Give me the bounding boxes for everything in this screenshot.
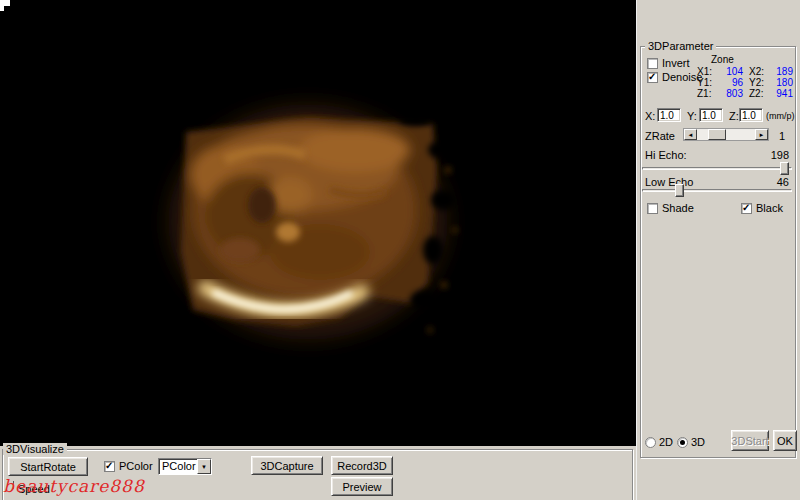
hi-echo-slider-thumb[interactable] [780,162,789,175]
start-rotate-button[interactable]: StartRotate [8,457,88,476]
zone-z1-label: Z1: [697,88,711,99]
ok-button[interactable]: OK [773,430,797,451]
start-3d-button[interactable]: 3DStart [731,430,769,451]
corner-overlay-mark [0,0,10,11]
preview-button[interactable]: Preview [331,477,393,496]
ultrasound-3d-render [0,0,636,446]
zone-y2-label: Y2: [749,77,764,88]
parameter-group-title: 3DParameter [645,40,716,52]
zone-y1-value: 96 [717,77,743,88]
denoise-checkbox[interactable] [647,72,658,83]
zone-title: Zone [711,54,734,65]
zrate-scroll-left-icon[interactable] [684,129,697,140]
shade-label: Shade [662,202,694,214]
ultrasound-3d-app: 3DParameter Invert Denoise Zone X1: 104 … [0,0,800,500]
hi-echo-label: Hi Echo: [645,149,687,161]
scale-x-label: X: [645,110,655,122]
zrate-value: 1 [779,130,785,142]
zone-z2-label: Z2: [749,88,763,99]
scale-y-label: Y: [687,110,697,122]
capture-3d-button[interactable]: 3DCapture [251,456,323,475]
scale-x-input[interactable] [657,108,681,122]
zone-z1-value: 803 [717,88,743,99]
zone-x1-value: 104 [717,66,743,77]
hi-echo-slider[interactable] [642,162,792,176]
view-3d-radio[interactable] [677,437,688,448]
scale-z-input[interactable] [739,108,763,122]
scale-unit-label: (mm/p) [766,111,795,121]
view-2d-label: 2D [659,436,673,448]
pcolor-combobox-value: PColor [162,460,196,472]
pcolor-checkbox-label: PColor [119,460,153,472]
scale-y-input[interactable] [699,108,723,122]
zrate-scroll-thumb[interactable] [708,129,726,140]
hi-echo-value: 198 [717,149,789,161]
view-2d-radio[interactable] [645,437,656,448]
watermark-text: beautycare888 [3,476,145,496]
scale-z-label: Z: [729,110,739,122]
black-label: Black [756,202,783,214]
zone-x1-label: X1: [697,66,712,77]
zone-x2-label: X2: [749,66,764,77]
pcolor-combobox[interactable]: PColor [158,458,212,475]
zrate-scrollbar[interactable] [683,128,769,141]
hi-echo-slider-track [642,167,792,170]
invert-label: Invert [662,57,690,69]
zone-y1-label: Y1: [697,77,712,88]
invert-checkbox[interactable] [647,58,658,69]
visualize-group-title: 3DVisualize [3,443,67,455]
chevron-down-icon[interactable] [197,459,211,474]
black-checkbox[interactable] [741,203,752,214]
zone-y2-value: 180 [767,77,793,88]
zone-z2-value: 941 [767,88,793,99]
render-viewport[interactable] [0,0,636,446]
zrate-scroll-right-icon[interactable] [755,129,768,140]
pcolor-checkbox[interactable] [104,461,115,472]
low-echo-slider-thumb[interactable] [675,184,684,197]
zone-x2-value: 189 [767,66,793,77]
low-echo-slider-track [642,189,792,192]
shade-checkbox[interactable] [647,203,658,214]
view-3d-label: 3D [691,436,705,448]
zrate-label: ZRate [645,130,675,142]
low-echo-slider[interactable] [642,184,792,198]
record-3d-button[interactable]: Record3D [331,456,393,475]
parameter-panel: 3DParameter Invert Denoise Zone X1: 104 … [636,0,800,500]
